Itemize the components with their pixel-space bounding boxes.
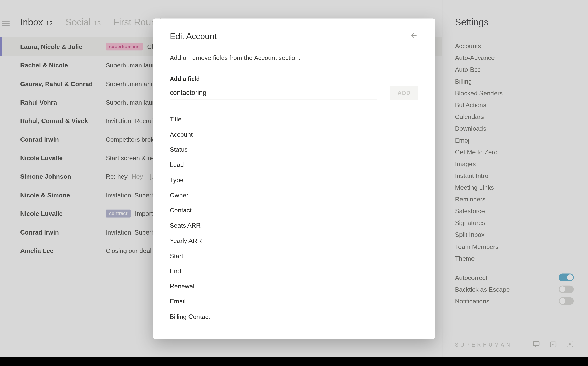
settings-item-reminders[interactable]: Reminders (455, 196, 574, 203)
thread-subject: Re: hey (106, 173, 128, 180)
add-field-label: Add a field (170, 75, 418, 82)
thread-subject-area: superhumansClo (106, 42, 156, 50)
settings-item-emoji[interactable]: Emoji (455, 137, 574, 144)
thread-subject: Competitors brok (106, 136, 154, 143)
tab-label: Social (66, 17, 91, 28)
settings-item-split-inbox[interactable]: Split Inbox (455, 231, 574, 238)
gear-icon[interactable] (566, 340, 574, 350)
thread-subject: Invitation: Superh (106, 191, 155, 198)
settings-item-downloads[interactable]: Downloads (455, 125, 574, 132)
account-field-renewal[interactable]: Renewal (170, 282, 418, 290)
brand-wordmark: SUPERHUMAN (455, 342, 523, 348)
thread-from: Rachel & Nicole (20, 61, 106, 68)
thread-subject-area: Invitation: Superh (106, 228, 155, 236)
settings-item-billing[interactable]: Billing (455, 78, 574, 85)
settings-item-auto-bcc[interactable]: Auto-Bcc (455, 66, 574, 73)
account-field-contact[interactable]: Contact (170, 207, 418, 214)
settings-list: AccountsAuto-AdvanceAuto-BccBillingBlock… (455, 42, 574, 262)
thread-subject-area: Invitation: Recrui (106, 117, 153, 124)
settings-item-calendars[interactable]: Calendars (455, 113, 574, 120)
account-field-owner[interactable]: Owner (170, 191, 418, 199)
account-field-seats-arr[interactable]: Seats ARR (170, 222, 418, 229)
thread-subject-area: Superhuman laur (106, 61, 154, 68)
settings-item-accounts[interactable]: Accounts (455, 42, 574, 49)
chat-icon[interactable] (532, 340, 540, 350)
modal-description: Add or remove fields from the Account se… (170, 54, 418, 61)
settings-item-signatures[interactable]: Signatures (455, 219, 574, 226)
settings-title: Settings (455, 17, 574, 28)
label-pill: contract (106, 209, 131, 217)
add-button[interactable]: ADD (390, 86, 418, 100)
thread-from: Simone Johnson (20, 173, 106, 180)
settings-footer: SUPERHUMAN 31 (455, 332, 574, 357)
settings-item-auto-advance[interactable]: Auto-Advance (455, 54, 574, 61)
thread-from: Nicole Luvalle (20, 210, 106, 217)
settings-item-theme[interactable]: Theme (455, 255, 574, 262)
thread-from: Conrad Irwin (20, 136, 106, 143)
account-field-status[interactable]: Status (170, 146, 418, 153)
account-field-yearly-arr[interactable]: Yearly ARR (170, 237, 418, 244)
edit-account-modal: Edit Account Add or remove fields from t… (153, 18, 435, 339)
tab-label: Inbox (20, 17, 43, 28)
thread-subject: Import (135, 210, 153, 217)
tab-count: 13 (94, 19, 101, 27)
thread-subject: Closing our deal (106, 247, 151, 254)
toggle-label: Notifications (455, 298, 489, 305)
thread-subject: Superhuman laur (106, 98, 154, 106)
account-field-title[interactable]: Title (170, 116, 418, 123)
settings-item-blocked-senders[interactable]: Blocked Senders (455, 89, 574, 97)
thread-from: Gaurav, Rahul & Conrad (20, 80, 106, 87)
account-field-type[interactable]: Type (170, 176, 418, 184)
toggle-row-notifications: Notifications (455, 297, 574, 305)
settings-item-salesforce[interactable]: Salesforce (455, 207, 574, 215)
thread-from: Rahul Vohra (20, 98, 106, 106)
svg-point-3 (569, 343, 571, 345)
add-field-input[interactable] (170, 86, 377, 99)
thread-preview: Hey – ju (132, 173, 155, 180)
tab-social[interactable]: Social13 (66, 17, 101, 28)
settings-item-bul-actions[interactable]: Bul Actions (455, 101, 574, 108)
toggle-switch[interactable] (559, 286, 574, 293)
menu-icon[interactable] (2, 21, 10, 26)
calendar-icon[interactable]: 31 (549, 340, 557, 350)
toggle-row-autocorrect: Autocorrect (455, 274, 574, 281)
thread-from: Laura, Nicole & Julie (20, 43, 106, 50)
account-field-start[interactable]: Start (170, 252, 418, 259)
account-field-lead[interactable]: Lead (170, 161, 418, 168)
toggle-switch[interactable] (559, 297, 574, 305)
thread-subject: Start screen & ne (106, 154, 155, 161)
thread-subject-area: Superhuman ann (106, 80, 154, 87)
label-pill: superhumans (106, 42, 143, 50)
account-field-billing-contact[interactable]: Billing Contact (170, 313, 418, 320)
settings-item-get-me-to-zero[interactable]: Get Me to Zero (455, 148, 574, 156)
thread-subject-area: Superhuman laur (106, 98, 154, 106)
account-field-email[interactable]: Email (170, 298, 418, 305)
tab-count: 12 (46, 19, 53, 27)
thread-subject: Superhuman laur (106, 61, 154, 68)
thread-subject-area: Start screen & ne (106, 154, 155, 161)
settings-item-images[interactable]: Images (455, 160, 574, 167)
account-fields-list: TitleAccountStatusLeadTypeOwnerContactSe… (170, 116, 418, 320)
tab-inbox[interactable]: Inbox12 (20, 17, 53, 28)
svg-text:31: 31 (552, 344, 554, 347)
toggle-label: Autocorrect (455, 274, 487, 281)
thread-subject-area: Invitation: Superh (106, 191, 155, 198)
thread-subject: Invitation: Recrui (106, 117, 153, 124)
thread-subject-area: contractImport (106, 209, 153, 217)
account-field-end[interactable]: End (170, 267, 418, 274)
toggle-row-backtick-as-escape: Backtick as Escape (455, 286, 574, 293)
settings-item-meeting-links[interactable]: Meeting Links (455, 184, 574, 191)
thread-subject-area: Re: heyHey – ju (106, 173, 155, 180)
account-field-account[interactable]: Account (170, 131, 418, 138)
toggle-label: Backtick as Escape (455, 286, 510, 293)
thread-from: Amelia Lee (20, 247, 106, 254)
thread-subject: Superhuman ann (106, 80, 154, 87)
thread-subject-area: Closing our deal (106, 247, 151, 254)
thread-from: Nicole & Simone (20, 191, 106, 198)
thread-from: Conrad Irwin (20, 228, 106, 236)
toggle-switch[interactable] (559, 274, 574, 281)
settings-item-team-members[interactable]: Team Members (455, 243, 574, 250)
settings-item-instant-intro[interactable]: Instant Intro (455, 172, 574, 179)
back-arrow-icon[interactable] (410, 31, 418, 41)
settings-toggles: AutocorrectBacktick as EscapeNotificatio… (455, 274, 574, 305)
